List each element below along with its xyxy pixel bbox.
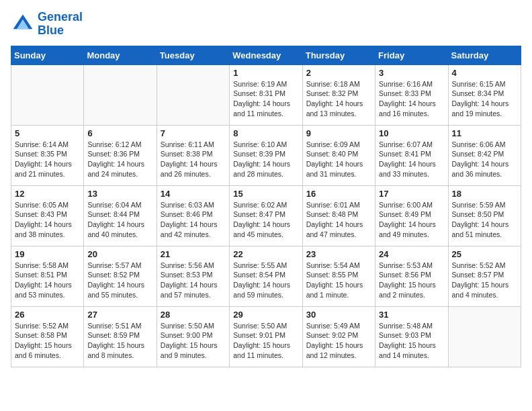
day-info: Sunrise: 5:56 AMSunset: 8:53 PMDaylight:… bbox=[161, 261, 226, 300]
day-info: Sunrise: 6:05 AMSunset: 8:43 PMDaylight:… bbox=[15, 200, 80, 240]
day-info: Sunrise: 6:01 AMSunset: 8:48 PMDaylight:… bbox=[306, 200, 371, 240]
day-number: 30 bbox=[306, 310, 371, 320]
calendar-cell: 6Sunrise: 6:12 AMSunset: 8:36 PMDaylight… bbox=[84, 125, 157, 185]
day-number: 4 bbox=[452, 68, 517, 78]
calendar-cell: 1Sunrise: 6:19 AMSunset: 8:31 PMDaylight… bbox=[230, 64, 302, 125]
calendar-cell: 4Sunrise: 6:15 AMSunset: 8:34 PMDaylight… bbox=[448, 64, 521, 125]
week-row-5: 26Sunrise: 5:52 AMSunset: 8:58 PMDayligh… bbox=[11, 306, 521, 367]
day-number: 11 bbox=[452, 128, 517, 138]
calendar-cell: 27Sunrise: 5:51 AMSunset: 8:59 PMDayligh… bbox=[84, 306, 157, 367]
day-number: 21 bbox=[161, 249, 226, 259]
day-number: 16 bbox=[306, 189, 371, 199]
calendar-cell: 9Sunrise: 6:09 AMSunset: 8:40 PMDaylight… bbox=[302, 125, 375, 185]
day-number: 19 bbox=[15, 249, 80, 259]
day-number: 12 bbox=[15, 189, 80, 199]
day-info: Sunrise: 6:09 AMSunset: 8:40 PMDaylight:… bbox=[306, 140, 371, 179]
calendar-cell: 29Sunrise: 5:50 AMSunset: 9:01 PMDayligh… bbox=[230, 306, 302, 367]
day-info: Sunrise: 6:16 AMSunset: 8:33 PMDaylight:… bbox=[379, 79, 444, 119]
day-number: 9 bbox=[306, 128, 371, 138]
day-info: Sunrise: 5:48 AMSunset: 9:03 PMDaylight:… bbox=[379, 321, 444, 361]
day-number: 28 bbox=[161, 310, 226, 320]
calendar-cell: 8Sunrise: 6:10 AMSunset: 8:39 PMDaylight… bbox=[230, 125, 302, 185]
day-number: 15 bbox=[233, 189, 298, 199]
day-number: 29 bbox=[233, 310, 298, 320]
day-number: 25 bbox=[452, 249, 517, 259]
calendar-cell bbox=[448, 306, 521, 367]
weekday-header-wednesday: Wednesday bbox=[230, 46, 302, 64]
page-header: General Blue bbox=[11, 11, 521, 38]
calendar-cell: 31Sunrise: 5:48 AMSunset: 9:03 PMDayligh… bbox=[375, 306, 448, 367]
calendar-cell: 28Sunrise: 5:50 AMSunset: 9:00 PMDayligh… bbox=[157, 306, 229, 367]
weekday-header-row: SundayMondayTuesdayWednesdayThursdayFrid… bbox=[11, 46, 521, 64]
day-number: 26 bbox=[15, 310, 80, 320]
week-row-1: 1Sunrise: 6:19 AMSunset: 8:31 PMDaylight… bbox=[11, 64, 521, 125]
calendar-cell: 7Sunrise: 6:11 AMSunset: 8:38 PMDaylight… bbox=[157, 125, 229, 185]
day-info: Sunrise: 6:07 AMSunset: 8:41 PMDaylight:… bbox=[379, 140, 444, 179]
day-number: 18 bbox=[452, 189, 517, 199]
weekday-header-saturday: Saturday bbox=[448, 46, 521, 64]
day-info: Sunrise: 6:11 AMSunset: 8:38 PMDaylight:… bbox=[161, 140, 226, 179]
day-info: Sunrise: 5:53 AMSunset: 8:56 PMDaylight:… bbox=[379, 261, 444, 300]
day-number: 3 bbox=[379, 68, 444, 78]
day-info: Sunrise: 5:52 AMSunset: 8:58 PMDaylight:… bbox=[15, 321, 80, 361]
day-info: Sunrise: 6:04 AMSunset: 8:44 PMDaylight:… bbox=[87, 200, 152, 240]
day-info: Sunrise: 5:50 AMSunset: 9:00 PMDaylight:… bbox=[161, 321, 226, 361]
calendar-cell: 13Sunrise: 6:04 AMSunset: 8:44 PMDayligh… bbox=[84, 185, 157, 246]
weekday-header-thursday: Thursday bbox=[302, 46, 375, 64]
calendar-cell: 12Sunrise: 6:05 AMSunset: 8:43 PMDayligh… bbox=[11, 185, 84, 246]
day-info: Sunrise: 6:15 AMSunset: 8:34 PMDaylight:… bbox=[452, 79, 517, 119]
calendar-cell: 16Sunrise: 6:01 AMSunset: 8:48 PMDayligh… bbox=[302, 185, 375, 246]
day-info: Sunrise: 5:49 AMSunset: 9:02 PMDaylight:… bbox=[306, 321, 371, 361]
day-number: 14 bbox=[161, 189, 226, 199]
day-number: 8 bbox=[233, 128, 298, 138]
day-info: Sunrise: 6:12 AMSunset: 8:36 PMDaylight:… bbox=[87, 140, 152, 179]
day-number: 10 bbox=[379, 128, 444, 138]
calendar-cell: 30Sunrise: 5:49 AMSunset: 9:02 PMDayligh… bbox=[302, 306, 375, 367]
day-info: Sunrise: 5:54 AMSunset: 8:55 PMDaylight:… bbox=[306, 261, 371, 300]
calendar-cell: 10Sunrise: 6:07 AMSunset: 8:41 PMDayligh… bbox=[375, 125, 448, 185]
day-info: Sunrise: 6:00 AMSunset: 8:49 PMDaylight:… bbox=[379, 200, 444, 240]
week-row-3: 12Sunrise: 6:05 AMSunset: 8:43 PMDayligh… bbox=[11, 185, 521, 246]
calendar-cell: 3Sunrise: 6:16 AMSunset: 8:33 PMDaylight… bbox=[375, 64, 448, 125]
weekday-header-sunday: Sunday bbox=[11, 46, 84, 64]
week-row-2: 5Sunrise: 6:14 AMSunset: 8:35 PMDaylight… bbox=[11, 125, 521, 185]
weekday-header-monday: Monday bbox=[84, 46, 157, 64]
calendar-cell bbox=[157, 64, 229, 125]
calendar-cell: 15Sunrise: 6:02 AMSunset: 8:47 PMDayligh… bbox=[230, 185, 302, 246]
week-row-4: 19Sunrise: 5:58 AMSunset: 8:51 PMDayligh… bbox=[11, 246, 521, 306]
day-info: Sunrise: 5:58 AMSunset: 8:51 PMDaylight:… bbox=[15, 261, 80, 300]
calendar-cell: 25Sunrise: 5:52 AMSunset: 8:57 PMDayligh… bbox=[448, 246, 521, 306]
calendar-cell: 2Sunrise: 6:18 AMSunset: 8:32 PMDaylight… bbox=[302, 64, 375, 125]
day-info: Sunrise: 6:02 AMSunset: 8:47 PMDaylight:… bbox=[233, 200, 298, 240]
day-info: Sunrise: 6:10 AMSunset: 8:39 PMDaylight:… bbox=[233, 140, 298, 179]
logo-text: General Blue bbox=[38, 11, 83, 38]
day-number: 7 bbox=[161, 128, 226, 138]
day-number: 24 bbox=[379, 249, 444, 259]
day-info: Sunrise: 5:59 AMSunset: 8:50 PMDaylight:… bbox=[452, 200, 517, 240]
calendar-cell: 5Sunrise: 6:14 AMSunset: 8:35 PMDaylight… bbox=[11, 125, 84, 185]
day-number: 17 bbox=[379, 189, 444, 199]
day-info: Sunrise: 6:03 AMSunset: 8:46 PMDaylight:… bbox=[161, 200, 226, 240]
day-info: Sunrise: 6:18 AMSunset: 8:32 PMDaylight:… bbox=[306, 79, 371, 119]
calendar-cell: 26Sunrise: 5:52 AMSunset: 8:58 PMDayligh… bbox=[11, 306, 84, 367]
calendar-cell: 20Sunrise: 5:57 AMSunset: 8:52 PMDayligh… bbox=[84, 246, 157, 306]
logo: General Blue bbox=[11, 11, 83, 38]
day-info: Sunrise: 6:06 AMSunset: 8:42 PMDaylight:… bbox=[452, 140, 517, 179]
calendar-cell bbox=[84, 64, 157, 125]
weekday-header-friday: Friday bbox=[375, 46, 448, 64]
calendar-cell: 21Sunrise: 5:56 AMSunset: 8:53 PMDayligh… bbox=[157, 246, 229, 306]
day-number: 6 bbox=[87, 128, 152, 138]
calendar-cell: 17Sunrise: 6:00 AMSunset: 8:49 PMDayligh… bbox=[375, 185, 448, 246]
day-number: 31 bbox=[379, 310, 444, 320]
day-info: Sunrise: 5:51 AMSunset: 8:59 PMDaylight:… bbox=[87, 321, 152, 361]
calendar-cell: 22Sunrise: 5:55 AMSunset: 8:54 PMDayligh… bbox=[230, 246, 302, 306]
calendar-cell: 24Sunrise: 5:53 AMSunset: 8:56 PMDayligh… bbox=[375, 246, 448, 306]
day-number: 1 bbox=[233, 68, 298, 78]
day-number: 27 bbox=[87, 310, 152, 320]
calendar-cell: 19Sunrise: 5:58 AMSunset: 8:51 PMDayligh… bbox=[11, 246, 84, 306]
day-info: Sunrise: 5:57 AMSunset: 8:52 PMDaylight:… bbox=[87, 261, 152, 300]
day-number: 5 bbox=[15, 128, 80, 138]
logo-icon bbox=[11, 12, 35, 36]
calendar-cell: 18Sunrise: 5:59 AMSunset: 8:50 PMDayligh… bbox=[448, 185, 521, 246]
day-number: 23 bbox=[306, 249, 371, 259]
